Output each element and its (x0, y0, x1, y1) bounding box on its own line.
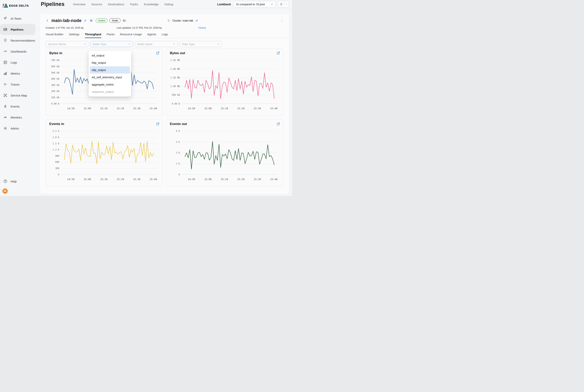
tab-agents[interactable]: Agents (147, 32, 156, 38)
chevron-down-icon (270, 3, 273, 6)
svg-text:1 K: 1 K (176, 162, 180, 165)
dropdown-option-sequence_output[interactable]: sequence_output (89, 88, 131, 95)
sidebar-item-monitors[interactable]: Monitors (0, 112, 35, 123)
svg-text:4 K: 4 K (176, 130, 180, 132)
chart-card-events-out: Events out01 K2 K3 K4 K14:5015:0015:1015… (166, 119, 283, 187)
sidebar-item-traces[interactable]: Traces (0, 79, 35, 90)
brand-logo[interactable]: EDGE DELTA (0, 0, 37, 9)
topnav-item-debug[interactable]: Debug (165, 2, 173, 6)
filter-placeholder: Service Name (48, 42, 66, 46)
user-avatar[interactable]: JB (2, 188, 8, 194)
svg-text:15:30: 15:30 (254, 107, 261, 110)
svg-text:15:40: 15:40 (150, 178, 157, 181)
svg-text:200 kB: 200 kB (51, 90, 59, 92)
lookback-select[interactable]: 1h compared to 7d prior (233, 1, 276, 8)
sidebar-item-metrics[interactable]: Metrics (0, 68, 35, 79)
sidebar-item-logs[interactable]: Logs (0, 57, 35, 68)
type-badge: Node (109, 18, 121, 23)
chart-canvas-events-out: 01 K2 K3 K4 K14:5015:0015:1015:2015:3015… (170, 128, 280, 183)
help-button[interactable]: Help (0, 177, 37, 186)
svg-text:15:00: 15:00 (204, 178, 211, 181)
kubernetes-icon (89, 18, 94, 23)
svg-text:15:40: 15:40 (150, 107, 157, 110)
svg-text:15:10: 15:10 (100, 178, 107, 181)
tab-resource-usage[interactable]: Resource Usage (120, 32, 142, 38)
history-link[interactable]: History (198, 26, 206, 29)
filter-select-data-type[interactable]: Data Type (179, 41, 222, 47)
svg-text:0.00 B: 0.00 B (172, 102, 180, 105)
external-link-icon[interactable] (156, 122, 160, 126)
chart-card-events-in: Events in03006009001.2 K1.5 K1.8 K2.1 K1… (46, 119, 163, 187)
sidebar-item-ai-team[interactable]: AI Team (0, 13, 35, 24)
svg-text:15:20: 15:20 (237, 107, 244, 110)
topnav-item-knowledge[interactable]: Knowledge (144, 2, 158, 6)
svg-text:14:50: 14:50 (67, 107, 74, 110)
topnav-item-sources[interactable]: Sources (91, 2, 102, 6)
svg-text:14:50: 14:50 (188, 178, 195, 181)
pipeline-meta: Created: 1:47 PM, Jun 23, 2025 by Last u… (46, 26, 283, 29)
sidebar-item-label: AI Team (11, 17, 22, 20)
copy-icon[interactable] (167, 19, 170, 22)
sparkles-icon (3, 16, 8, 20)
svg-text:15:20: 15:20 (117, 178, 124, 181)
svg-text:2.1 K: 2.1 K (53, 130, 59, 132)
edit-title-icon[interactable] (84, 19, 87, 22)
charts-grid: Bytes in0.00 B100 kB200 kB300 kB400 kB50… (46, 48, 283, 187)
back-button[interactable] (46, 19, 49, 22)
pipeline-header: main-lab-node Active Node ID: Cluster: m… (46, 18, 283, 23)
external-link-icon[interactable] (276, 51, 280, 55)
tab-settings[interactable]: Settings (69, 32, 79, 38)
kebab-menu-icon[interactable] (280, 19, 283, 22)
refresh-button[interactable] (278, 1, 284, 7)
dropdown-option-ed_output[interactable]: ed_output (89, 52, 131, 59)
svg-text:500 kB: 500 kB (51, 72, 59, 74)
sidebar-item-pipelines[interactable]: Pipelines (0, 24, 35, 35)
edit-cluster-icon[interactable] (195, 19, 198, 22)
sidebar-item-service-map[interactable]: Service Map (0, 90, 35, 101)
lightbulb-icon (3, 38, 8, 42)
id-label: ID: (123, 19, 126, 22)
external-link-icon[interactable] (276, 122, 280, 126)
gear-icon (3, 126, 8, 130)
filter-select-service-name[interactable]: Service Name (46, 41, 88, 47)
sidebar-item-label: Traces (11, 83, 20, 86)
filter-select-node-type[interactable]: Node Type (90, 41, 133, 47)
cluster-label: Cluster: main-lab (172, 19, 193, 22)
dropdown-option-http_output[interactable]: http_output (89, 59, 131, 66)
topnav-item-overview[interactable]: Overview (73, 2, 85, 6)
svg-text:15:30: 15:30 (133, 107, 140, 110)
sidebar-item-recommendations[interactable]: Recommendations (0, 35, 35, 46)
sidebar-item-admin[interactable]: Admin (0, 123, 35, 134)
pipeline-title: main-lab-node (52, 18, 82, 23)
app-screen: EDGE DELTA AI TeamPipelinesRecommendatio… (0, 0, 292, 196)
dropdown-option-aggregate_metric[interactable]: aggregate_metric (89, 81, 131, 88)
sidebar-item-label: Recommendations (11, 39, 35, 42)
chart-line-bytes-out (185, 70, 274, 99)
svg-text:15:20: 15:20 (237, 178, 244, 181)
logs-icon (3, 60, 8, 64)
svg-text:15:10: 15:10 (221, 178, 228, 181)
sidebar-item-events[interactable]: Events (0, 101, 35, 112)
svg-text:1.5 K: 1.5 K (53, 142, 59, 145)
external-link-icon[interactable] (156, 51, 160, 55)
tab-visual-builder[interactable]: Visual Builder (46, 32, 63, 38)
sidebar-item-dashboards[interactable]: Dashboards (0, 46, 35, 57)
chart-canvas-bytes-out: 0.00 B500 kB1.00 MB1.50 MB2.00 MB2.50 MB… (170, 57, 280, 112)
refresh-caret-button[interactable] (284, 1, 289, 7)
topnav-item-packs[interactable]: Packs (130, 2, 138, 6)
tab-throughput[interactable]: Throughput (85, 32, 101, 38)
topnav-item-destinations[interactable]: Destinations (108, 2, 124, 6)
svg-text:0: 0 (58, 173, 59, 176)
svg-text:900: 900 (55, 154, 59, 157)
gauge-icon (3, 49, 8, 54)
pipeline-detail-panel: main-lab-node Active Node ID: Cluster: m… (40, 14, 289, 194)
tab-logs[interactable]: Logs (162, 32, 168, 38)
svg-text:1.8 K: 1.8 K (53, 136, 59, 139)
dropdown-option-ed_self_telemetry_input[interactable]: ed_self_telemetry_input (89, 74, 131, 81)
filter-select-node-name[interactable]: Node Name (135, 41, 177, 47)
chevron-down-icon (172, 42, 175, 46)
svg-text:400 kB: 400 kB (51, 78, 59, 80)
svg-text:1.00 MB: 1.00 MB (170, 85, 180, 88)
dropdown-option-otlp_output[interactable]: otlp_output (90, 66, 130, 74)
tab-packs[interactable]: Packs (107, 32, 115, 38)
